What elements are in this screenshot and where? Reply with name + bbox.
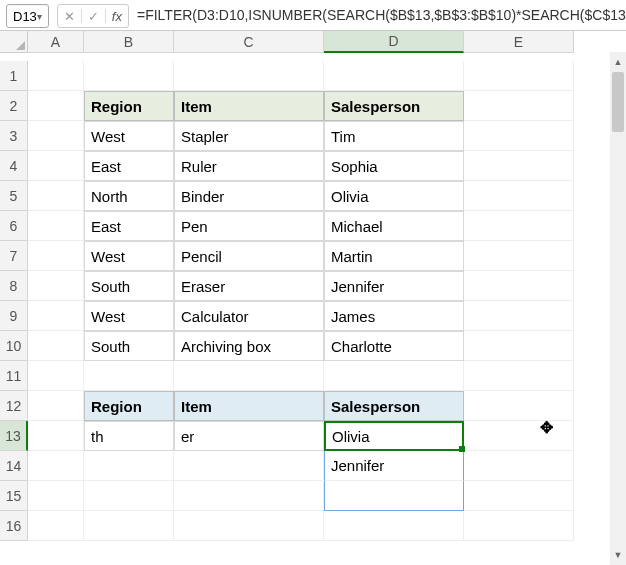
row-13[interactable]: 13 [0,421,28,451]
cell[interactable] [28,181,84,211]
table-row[interactable]: Pen [174,211,324,241]
cell[interactable] [84,61,174,91]
criteria-header-region[interactable]: Region [84,391,174,421]
cell[interactable] [464,61,574,91]
table-row[interactable]: West [84,301,174,331]
spill-cell[interactable]: Jennifer [324,451,464,481]
row-16[interactable]: 16 [0,511,28,541]
row-1[interactable]: 1 [0,61,28,91]
cancel-icon[interactable]: ✕ [64,9,75,24]
cell[interactable] [28,421,84,451]
table-row[interactable]: Tim [324,121,464,151]
cell[interactable] [464,181,574,211]
scroll-down-icon[interactable]: ▼ [610,547,626,563]
cell[interactable] [174,361,324,391]
table-row[interactable]: Stapler [174,121,324,151]
header-sales[interactable]: Salesperson [324,91,464,121]
table-row[interactable]: Jennifer [324,271,464,301]
table-row[interactable]: West [84,121,174,151]
row-2[interactable]: 2 [0,91,28,121]
cell[interactable] [28,331,84,361]
criteria-item[interactable]: er [174,421,324,451]
cell[interactable] [464,151,574,181]
cell[interactable] [324,61,464,91]
cell[interactable] [84,451,174,481]
header-region[interactable]: Region [84,91,174,121]
cell[interactable] [464,91,574,121]
scroll-thumb[interactable] [612,72,624,132]
cell[interactable] [174,511,324,541]
table-row[interactable]: East [84,151,174,181]
cell[interactable] [28,241,84,271]
cell[interactable] [464,301,574,331]
cell[interactable] [464,211,574,241]
cell[interactable] [324,361,464,391]
spreadsheet-grid[interactable]: A B C D E 1 2 Region Item Salesperson 3 … [0,31,574,544]
cell[interactable] [84,511,174,541]
cell[interactable] [84,361,174,391]
criteria-region[interactable]: th [84,421,174,451]
cell[interactable] [464,391,574,421]
row-14[interactable]: 14 [0,451,28,481]
cell[interactable] [464,361,574,391]
table-row[interactable]: Michael [324,211,464,241]
cell[interactable] [28,451,84,481]
cell[interactable] [464,271,574,301]
row-15[interactable]: 15 [0,481,28,511]
row-4[interactable]: 4 [0,151,28,181]
col-E[interactable]: E [464,31,574,53]
table-row[interactable]: James [324,301,464,331]
table-row[interactable]: Charlotte [324,331,464,361]
cell[interactable] [174,61,324,91]
row-11[interactable]: 11 [0,361,28,391]
formula-input[interactable]: =FILTER(D3:D10,ISNUMBER(SEARCH($B$13,$B$… [137,4,626,25]
scroll-up-icon[interactable]: ▲ [610,54,626,70]
table-row[interactable]: West [84,241,174,271]
cell[interactable] [464,511,574,541]
cell[interactable] [464,241,574,271]
table-row[interactable]: Archiving box [174,331,324,361]
cell[interactable] [464,421,574,451]
row-7[interactable]: 7 [0,241,28,271]
cell[interactable] [464,331,574,361]
table-row[interactable]: Olivia [324,181,464,211]
col-B[interactable]: B [84,31,174,53]
enter-icon[interactable]: ✓ [88,9,99,24]
spill-cell[interactable] [324,481,464,511]
table-row[interactable]: Pencil [174,241,324,271]
table-row[interactable]: South [84,271,174,301]
table-row[interactable]: Sophia [324,151,464,181]
table-row[interactable]: East [84,211,174,241]
col-A[interactable]: A [28,31,84,53]
cell[interactable] [28,391,84,421]
cell[interactable] [28,301,84,331]
active-cell[interactable]: Olivia [324,421,464,451]
col-D[interactable]: D [324,31,464,53]
cell[interactable] [28,271,84,301]
cell[interactable] [174,451,324,481]
cell[interactable] [174,481,324,511]
vertical-scrollbar[interactable]: ▲ ▼ [610,52,626,565]
cell[interactable] [464,481,574,511]
row-9[interactable]: 9 [0,301,28,331]
table-row[interactable]: Eraser [174,271,324,301]
row-10[interactable]: 10 [0,331,28,361]
cell[interactable] [28,61,84,91]
criteria-header-item[interactable]: Item [174,391,324,421]
row-5[interactable]: 5 [0,181,28,211]
table-row[interactable]: Martin [324,241,464,271]
cell[interactable] [28,511,84,541]
name-box[interactable]: D13 ▾ [6,4,49,28]
row-12[interactable]: 12 [0,391,28,421]
cell[interactable] [28,211,84,241]
col-C[interactable]: C [174,31,324,53]
cell[interactable] [28,151,84,181]
table-row[interactable]: Ruler [174,151,324,181]
table-row[interactable]: North [84,181,174,211]
cell[interactable] [28,121,84,151]
cell[interactable] [28,91,84,121]
row-6[interactable]: 6 [0,211,28,241]
table-row[interactable]: South [84,331,174,361]
row-3[interactable]: 3 [0,121,28,151]
table-row[interactable]: Calculator [174,301,324,331]
